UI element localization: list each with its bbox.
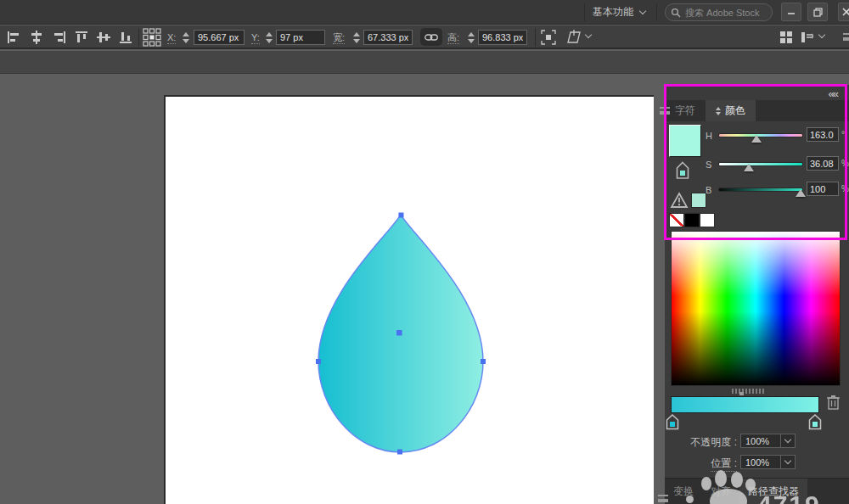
color-spectrum-picker[interactable] bbox=[671, 231, 841, 386]
restore-icon bbox=[813, 8, 823, 17]
application-bar: 基本功能 bbox=[0, 0, 849, 25]
chevron-down-icon bbox=[784, 436, 791, 443]
chevron-down-icon bbox=[784, 457, 791, 464]
link-dimensions-button[interactable] bbox=[420, 28, 442, 46]
brightness-unit: % bbox=[841, 184, 849, 193]
workspace-switcher-button[interactable]: 基本功能 bbox=[593, 3, 645, 21]
panel-menu-icon[interactable] bbox=[660, 107, 670, 115]
tab-color[interactable]: 颜色 bbox=[706, 100, 756, 121]
width-label[interactable]: 宽: bbox=[333, 32, 345, 44]
brightness-input[interactable] bbox=[807, 182, 839, 196]
gradient-midpoint-marker[interactable] bbox=[739, 392, 744, 395]
white-swatch[interactable] bbox=[700, 213, 715, 227]
teardrop-shape-selected[interactable] bbox=[166, 97, 655, 504]
close-button[interactable] bbox=[838, 3, 849, 21]
opacity-label: 不透明度 : bbox=[690, 435, 737, 450]
chevron-down-icon bbox=[639, 8, 646, 14]
gradient-stop-end[interactable] bbox=[808, 414, 822, 430]
hue-input[interactable] bbox=[807, 127, 839, 142]
document-grid-icon[interactable] bbox=[779, 31, 793, 44]
panel-resize-grip[interactable] bbox=[732, 389, 766, 394]
height-input[interactable] bbox=[478, 30, 527, 45]
align-left-icon[interactable] bbox=[7, 31, 22, 44]
center-point bbox=[396, 330, 402, 336]
shear-tool-icon[interactable] bbox=[566, 30, 582, 45]
tab-pathfinder[interactable]: 路径查找器 bbox=[739, 479, 807, 504]
panel-cycle-icon bbox=[716, 107, 721, 115]
tab-align[interactable]: 对齐 bbox=[702, 479, 739, 504]
position-value: 100% bbox=[741, 457, 780, 468]
hue-unit: ° bbox=[841, 130, 845, 139]
align-center-horizontal-icon[interactable] bbox=[29, 31, 44, 44]
divider bbox=[535, 28, 536, 47]
position-dropdown-button[interactable] bbox=[780, 456, 795, 468]
brightness-label: B bbox=[706, 185, 711, 195]
chain-link-icon bbox=[424, 33, 438, 42]
divider bbox=[138, 28, 139, 47]
minimize-button[interactable] bbox=[781, 3, 801, 21]
x-stepper[interactable] bbox=[181, 30, 190, 45]
tab-character[interactable]: 字符 bbox=[665, 100, 706, 121]
scale-tool-icon[interactable] bbox=[541, 30, 556, 45]
hue-slider-handle[interactable] bbox=[751, 135, 762, 143]
align-center-vertical-icon[interactable] bbox=[97, 31, 112, 44]
panel-menu-icon[interactable] bbox=[658, 495, 668, 502]
out-of-gamut-warning-icon[interactable] bbox=[670, 192, 689, 209]
artboard[interactable] bbox=[164, 95, 654, 504]
brightness-slider-handle[interactable] bbox=[796, 189, 806, 197]
opacity-value: 100% bbox=[741, 436, 780, 446]
illustrator-window: 基本功能 X: Y: 宽: bbox=[0, 0, 849, 504]
opacity-combobox[interactable]: 100% bbox=[740, 434, 796, 448]
y-stepper[interactable] bbox=[264, 30, 273, 45]
x-label[interactable]: X: bbox=[167, 32, 176, 44]
x-input[interactable] bbox=[194, 30, 245, 45]
black-swatch[interactable] bbox=[684, 213, 700, 227]
minimize-icon bbox=[787, 8, 796, 16]
saturation-unit: % bbox=[841, 159, 849, 168]
panel-tab-bar: 字符 颜色 bbox=[665, 100, 849, 121]
divider bbox=[656, 3, 657, 21]
y-input[interactable] bbox=[276, 30, 325, 45]
align-right-icon[interactable] bbox=[51, 31, 66, 44]
brightness-slider[interactable] bbox=[718, 188, 803, 192]
restore-button[interactable] bbox=[807, 3, 828, 21]
gradient-stop-start[interactable] bbox=[666, 414, 679, 430]
collapse-panel-button[interactable]: «« bbox=[829, 87, 837, 100]
position-label[interactable]: 位置 : bbox=[711, 456, 737, 472]
hue-label: H bbox=[706, 131, 712, 141]
height-stepper[interactable] bbox=[466, 30, 475, 45]
align-top-icon[interactable] bbox=[75, 31, 90, 44]
in-gamut-color-swatch[interactable] bbox=[691, 193, 706, 208]
saturation-label: S bbox=[706, 160, 711, 170]
height-label[interactable]: 高: bbox=[447, 32, 459, 44]
color-panel-group: «« 字符 颜色 H ° S % B % bbox=[665, 85, 849, 504]
close-icon bbox=[842, 8, 849, 16]
adobe-stock-search[interactable] bbox=[665, 3, 773, 21]
y-label[interactable]: Y: bbox=[251, 32, 260, 44]
search-input[interactable] bbox=[683, 7, 767, 19]
width-input[interactable] bbox=[363, 30, 413, 45]
none-swatch[interactable] bbox=[669, 213, 684, 227]
divider bbox=[584, 3, 585, 21]
saturation-slider-handle[interactable] bbox=[744, 164, 754, 171]
menu-icon[interactable] bbox=[843, 33, 849, 41]
gradient-bar[interactable] bbox=[671, 396, 819, 413]
align-bottom-icon[interactable] bbox=[119, 31, 134, 44]
reference-point-icon[interactable] bbox=[143, 28, 161, 47]
search-icon bbox=[671, 8, 681, 18]
tab-transform[interactable]: 变换 bbox=[665, 479, 702, 504]
width-stepper[interactable] bbox=[351, 30, 361, 45]
arrange-documents-icon[interactable] bbox=[801, 31, 814, 44]
document-tab-strip bbox=[0, 51, 849, 74]
fill-color-swatch[interactable] bbox=[669, 125, 701, 157]
saturation-slider[interactable] bbox=[718, 162, 803, 166]
workspace-label: 基本功能 bbox=[593, 5, 633, 20]
fill-indicator-icon[interactable] bbox=[675, 161, 690, 180]
bottom-panel-tab-bar: 变换 对齐 路径查找器 bbox=[665, 478, 849, 504]
opacity-dropdown-button[interactable] bbox=[780, 434, 795, 447]
saturation-input[interactable] bbox=[807, 156, 839, 171]
position-combobox[interactable]: 100% bbox=[740, 455, 796, 469]
delete-stop-trash-icon[interactable] bbox=[826, 394, 841, 411]
